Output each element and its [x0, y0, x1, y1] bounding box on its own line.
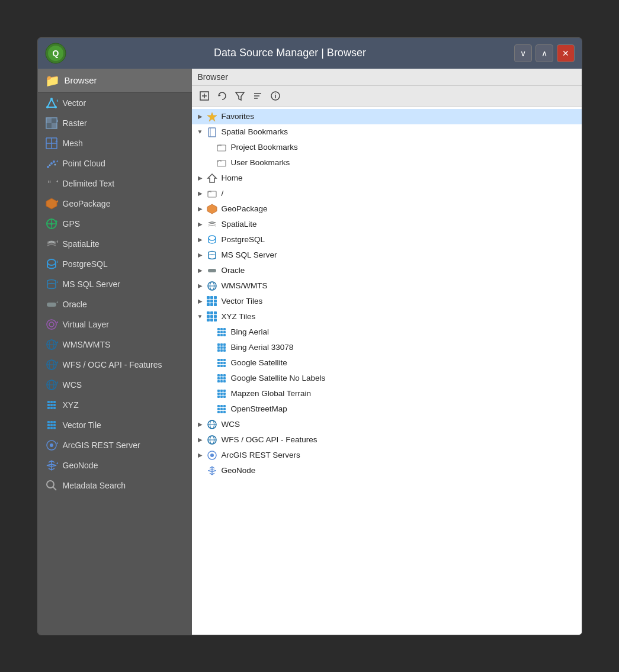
minimize-button[interactable]: ∨: [514, 44, 532, 62]
collapse-button[interactable]: [250, 88, 265, 104]
svg-line-100: [212, 470, 216, 471]
bing-aerial-33078-label: Bing Aerial 33078: [231, 343, 294, 352]
mssql-tree-arrow[interactable]: [195, 250, 205, 260]
svg-rect-10: [52, 123, 57, 128]
geonode-icon: +: [45, 459, 58, 472]
svg-text:+: +: [55, 139, 58, 144]
tree-item-wfs[interactable]: WFS / OGC API - Features: [192, 432, 582, 448]
oracle-tree-arrow[interactable]: [195, 266, 205, 275]
sidebar-label-metadata: Metadata Search: [63, 481, 126, 490]
svg-point-21: [47, 166, 49, 168]
svg-point-93: [210, 454, 214, 457]
sidebar-item-arcgis[interactable]: + ArcGIS REST Server: [38, 435, 192, 455]
root-folder-icon: [206, 188, 218, 200]
sidebar-item-wfs[interactable]: + WFS / OGC API - Features: [38, 355, 192, 375]
tree-item-arcgis[interactable]: ArcGIS REST Servers: [192, 448, 582, 463]
sidebar-item-geonode[interactable]: + GeoNode: [38, 455, 192, 475]
tree-item-openstreetmap[interactable]: OpenStreetMap: [192, 401, 582, 417]
sidebar-item-wms[interactable]: + WMS/WMTS: [38, 335, 192, 355]
tree-item-wcs[interactable]: WCS: [192, 417, 582, 432]
tree-item-root[interactable]: /: [192, 186, 582, 201]
wcs-icon: +: [45, 378, 58, 391]
sidebar-label-mesh: Mesh: [63, 139, 83, 148]
tree-item-mapzen[interactable]: Mapzen Global Terrain: [192, 386, 582, 401]
sidebar-label-geopackage: GeoPackage: [63, 199, 111, 208]
sidebar-item-wcs[interactable]: + WCS: [38, 375, 192, 395]
postgresql-tree-arrow[interactable]: [195, 235, 205, 245]
spatialite-tree-arrow[interactable]: [195, 220, 205, 229]
restore-button[interactable]: ∧: [535, 44, 553, 62]
geopackage-icon: +: [45, 197, 58, 210]
wfs-tree-arrow[interactable]: [195, 435, 205, 445]
mapzen-icon: [216, 388, 227, 400]
tree-item-vector-tiles[interactable]: Vector Tiles: [192, 294, 582, 309]
svg-point-24: [53, 160, 55, 163]
sidebar-item-vectortile[interactable]: Vector Tile: [38, 415, 192, 435]
sidebar-item-oracle[interactable]: + Oracle: [38, 294, 192, 314]
sidebar-item-virtual[interactable]: + Virtual Layer: [38, 314, 192, 335]
tree-item-google-satellite-no-labels[interactable]: Google Satellite No Labels: [192, 371, 582, 386]
sidebar-label-vector: Vector: [63, 98, 86, 108]
tree-item-google-satellite[interactable]: Google Satellite: [192, 355, 582, 371]
sidebar-item-xyz[interactable]: XYZ: [38, 395, 192, 415]
sidebar-item-raster[interactable]: + Raster: [38, 113, 192, 133]
refresh-button[interactable]: [214, 88, 230, 104]
tree-item-spatialite[interactable]: SpatiaLite: [192, 217, 582, 232]
tree-item-xyz-tiles[interactable]: XYZ Tiles: [192, 309, 582, 324]
sidebar-item-spatialite[interactable]: + SpatiaLite: [38, 234, 192, 254]
home-arrow[interactable]: [195, 173, 205, 183]
tree-item-user-bookmarks[interactable]: User Bookmarks: [192, 155, 582, 171]
svg-point-43: [49, 322, 54, 327]
add-layers-button[interactable]: [197, 88, 212, 104]
arcgis-tree-arrow[interactable]: [195, 451, 205, 460]
gps-icon: +: [45, 217, 58, 230]
user-bookmarks-label: User Bookmarks: [231, 158, 290, 167]
svg-marker-80: [207, 204, 217, 214]
tree-item-mssql[interactable]: MS SQL Server: [192, 247, 582, 263]
close-button[interactable]: ✕: [557, 44, 575, 62]
svg-text:+: +: [56, 300, 58, 305]
sidebar-label-oracle: Oracle: [63, 300, 87, 309]
sidebar-item-metadata[interactable]: Metadata Search: [38, 475, 192, 496]
wms-tree-arrow[interactable]: [195, 281, 205, 291]
vector-tiles-arrow[interactable]: [195, 297, 205, 306]
favorites-arrow[interactable]: [195, 112, 205, 121]
sidebar-item-postgresql[interactable]: + PostgreSQL: [38, 254, 192, 274]
geopackage-tree-arrow[interactable]: [195, 204, 205, 214]
sidebar-label-virtual: Virtual Layer: [63, 320, 109, 329]
spatial-bookmarks-arrow[interactable]: [195, 127, 205, 137]
tree-item-bing-aerial[interactable]: Bing Aerial: [192, 324, 582, 340]
xyz-icon: [45, 398, 58, 411]
svg-text:+: +: [55, 219, 58, 224]
tree-item-bing-aerial-33078[interactable]: Bing Aerial 33078: [192, 340, 582, 355]
sidebar-item-pointcloud[interactable]: + Point Cloud: [38, 153, 192, 173]
sidebar-item-mssql[interactable]: + MS SQL Server: [38, 274, 192, 294]
tree-item-geonode[interactable]: GeoNode: [192, 463, 582, 478]
tree-item-spatial-bookmarks[interactable]: Spatial Bookmarks: [192, 124, 582, 140]
favorites-star-icon: [206, 111, 218, 123]
tree-item-postgresql[interactable]: PostgreSQL: [192, 232, 582, 247]
tree-item-project-bookmarks[interactable]: Project Bookmarks: [192, 140, 582, 155]
info-button[interactable]: i: [268, 88, 283, 104]
sidebar-item-geopackage[interactable]: + GeoPackage: [38, 194, 192, 214]
sidebar-item-vector[interactable]: + Vector: [38, 93, 192, 113]
browser-panel: Browser i: [192, 69, 582, 635]
svg-text:+: +: [56, 320, 58, 325]
mssql-icon: +: [45, 278, 58, 291]
sidebar-item-mesh[interactable]: + Mesh: [38, 133, 192, 153]
sidebar-item-gps[interactable]: + GPS: [38, 214, 192, 234]
tree-item-favorites[interactable]: Favorites: [192, 109, 582, 124]
bing-aerial-33078-icon: [216, 342, 227, 353]
sidebar-item-delimited[interactable]: " + Delimited Text: [38, 173, 192, 194]
tree-item-wms[interactable]: WMS/WMTS: [192, 278, 582, 294]
tree-item-home[interactable]: Home: [192, 171, 582, 186]
svg-point-42: [47, 320, 56, 329]
sidebar-label-raster: Raster: [63, 118, 87, 128]
root-arrow[interactable]: [195, 189, 205, 198]
wcs-tree-arrow[interactable]: [195, 420, 205, 429]
xyz-tiles-arrow[interactable]: [195, 312, 205, 321]
arcgis-icon: +: [45, 439, 58, 452]
tree-item-geopackage[interactable]: GeoPackage: [192, 201, 582, 217]
tree-item-oracle[interactable]: Oracle: [192, 263, 582, 278]
filter-button[interactable]: [232, 88, 248, 104]
